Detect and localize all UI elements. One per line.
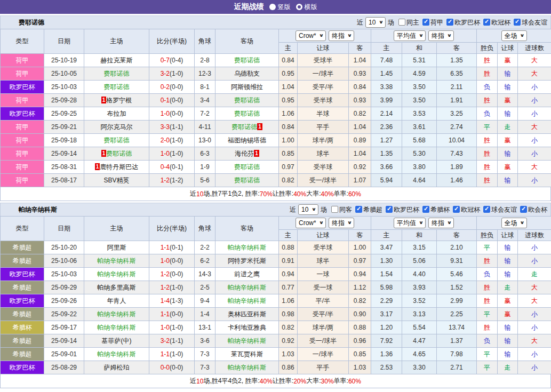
home-team-name[interactable]: 年青人 (107, 297, 126, 305)
radio-selected-icon[interactable] (269, 4, 276, 10)
league-filter-label[interactable]: 欧罗巴杯 (394, 206, 419, 213)
home-team-name[interactable]: 帕纳辛纳科斯 (98, 310, 136, 318)
league-filter-label[interactable]: 欧冠杯 (461, 206, 480, 213)
home-team-name[interactable]: 费耶诺德 (106, 150, 132, 157)
league-filter[interactable]: 欧冠杯 (481, 18, 510, 27)
away-team-name[interactable]: 帕纳辛纳科斯 (228, 337, 266, 345)
away-team-name[interactable]: 莱瓦贾科斯 (231, 350, 263, 358)
scope-select[interactable]: 全场 (501, 218, 527, 228)
league-filter-checkbox[interactable] (422, 19, 429, 26)
home-team-name[interactable]: 阿里斯 (107, 244, 126, 251)
same-venue-checkbox[interactable] (398, 19, 405, 26)
league-filter-checkbox[interactable] (355, 206, 362, 213)
final-odds-select[interactable]: 终指 (428, 30, 454, 41)
home-team-name[interactable]: 费耶诺德 (104, 83, 130, 91)
same-venue-filter[interactable]: 同主 (396, 18, 419, 27)
home-team-name[interactable]: 费耶诺德 (104, 70, 130, 77)
league-filter-label[interactable]: 荷甲 (430, 19, 443, 26)
league-filter-label[interactable]: 球会友谊 (522, 19, 547, 26)
away-team-name[interactable]: 费耶诺德 (234, 57, 260, 64)
league-filter-label[interactable]: 球会友谊 (491, 206, 517, 213)
league-filter-label[interactable]: 欧会杯 (528, 206, 547, 213)
away-team-name[interactable]: 阿斯顿维拉 (231, 83, 263, 91)
league-filter-checkbox[interactable] (386, 206, 393, 213)
league-filter-label[interactable]: 希腊超 (363, 206, 382, 213)
home-team-name[interactable]: 赫拉克莱斯 (101, 57, 133, 64)
league-filter[interactable]: 欧会杯 (518, 205, 547, 214)
away-team-name[interactable]: 费耶诺德 (234, 163, 260, 171)
same-venue-filter[interactable]: 同客 (329, 205, 352, 214)
league-filter-checkbox[interactable] (446, 19, 453, 26)
layout-radio-horizontal-label[interactable]: 横版 (305, 3, 317, 12)
fulltime-score: 0-0 (161, 364, 170, 371)
radio-unselected-icon[interactable] (296, 4, 302, 10)
away-team-name[interactable]: 福图纳锡塔德 (228, 137, 266, 144)
away-team-name[interactable]: 乌德勒支 (234, 70, 260, 77)
home-team-name[interactable]: 帕纳辛纳科斯 (98, 257, 136, 265)
league-filter[interactable]: 欧罗巴杯 (384, 205, 419, 214)
same-venue-label[interactable]: 同客 (339, 206, 352, 213)
away-team-name[interactable]: 帕纳辛纳科斯 (228, 284, 266, 291)
away-team-name[interactable]: 帕纳辛纳科斯 (228, 364, 266, 371)
home-team-name[interactable]: 布拉加 (107, 110, 126, 117)
odds-source-select[interactable]: Crow* (296, 30, 326, 41)
layout-radio-vertical-label[interactable]: 竖版 (278, 3, 291, 12)
scope-select[interactable]: 全场 (501, 30, 527, 41)
filter-controls: 近10场同主荷甲欧罗巴杯欧冠杯球会友谊 (356, 17, 547, 28)
league-filter-label[interactable]: 希腊杯 (430, 206, 450, 213)
league-filter-checkbox[interactable] (422, 206, 429, 213)
league-filter-checkbox[interactable] (514, 19, 521, 26)
same-venue-checkbox[interactable] (331, 206, 338, 213)
home-team-name[interactable]: 帕纳辛纳科斯 (98, 350, 136, 358)
league-filter[interactable]: 荷甲 (420, 18, 443, 27)
league-filter[interactable]: 欧冠杯 (451, 205, 480, 214)
league-filter-label[interactable]: 欧冠杯 (491, 19, 510, 26)
away-team-name[interactable]: 阿特罗米托斯 (228, 257, 266, 265)
league-filter-checkbox[interactable] (520, 206, 527, 213)
match-date-cell: 25-10-05 (44, 67, 84, 81)
odds-source-select[interactable]: Crow* (296, 218, 326, 228)
layout-radio-horizontal[interactable]: 横版 (296, 3, 317, 12)
table-row: 希腊杯25-09-17帕纳辛纳科斯1-0(1-0)13-1卡利地亚雅典0.82球… (1, 321, 551, 334)
league-filter-checkbox[interactable] (483, 19, 490, 26)
away-team-name[interactable]: 费耶诺德 (234, 97, 260, 104)
league-filter-checkbox[interactable] (453, 206, 460, 213)
league-filter[interactable]: 希腊杯 (420, 205, 450, 214)
home-team-name[interactable]: 基菲萨(中) (102, 337, 132, 345)
away-team-name[interactable]: 卡利地亚雅典 (228, 324, 266, 331)
same-venue-label[interactable]: 同主 (406, 19, 419, 26)
away-team-name[interactable]: 帕纳辛纳科斯 (228, 244, 266, 251)
average-value-select[interactable]: 平均值 (394, 30, 426, 41)
average-value-select[interactable]: 平均值 (394, 218, 426, 228)
final-odds-select[interactable]: 终指 (329, 218, 354, 228)
home-team-name[interactable]: SBV精英 (103, 177, 129, 184)
league-filter[interactable]: 球会友谊 (512, 18, 547, 27)
away-team-name[interactable]: 前进之鹰 (234, 270, 260, 278)
home-team-name[interactable]: 费耶诺德 (104, 137, 130, 144)
avg-draw-odds-cell: 4.47 (402, 334, 437, 348)
home-team-name[interactable]: 阿尔克马尔 (101, 123, 133, 131)
final-odds-select[interactable]: 终指 (329, 30, 354, 41)
league-filter[interactable]: 欧罗巴杯 (444, 18, 480, 27)
away-team-cell: 帕纳辛纳科斯 (215, 294, 279, 308)
layout-radio-vertical[interactable]: 竖版 (269, 3, 291, 12)
home-team-name[interactable]: 帕纳辛纳科斯 (98, 270, 136, 278)
away-team-name[interactable]: 海伦芬 (235, 150, 254, 157)
away-team-name[interactable]: 奥林匹亚科斯 (228, 310, 266, 318)
home-team-name[interactable]: 萨姆松珀 (104, 364, 130, 371)
match-count-select[interactable]: 10 (298, 204, 318, 215)
match-count-select[interactable]: 10 (365, 17, 386, 28)
home-team-name[interactable]: 帕纳多里高斯 (98, 284, 136, 291)
home-team-name[interactable]: 格罗宁根 (106, 97, 132, 104)
away-team-name[interactable]: 费耶诺德 (234, 177, 260, 184)
home-team-name[interactable]: 帕纳辛纳科斯 (98, 324, 136, 331)
league-filter[interactable]: 球会友谊 (481, 205, 517, 214)
league-filter-checkbox[interactable] (483, 206, 490, 213)
away-team-name[interactable]: 帕纳辛纳科斯 (228, 297, 266, 305)
league-filter-label[interactable]: 欧罗巴杯 (454, 19, 480, 26)
away-team-name[interactable]: 费耶诺德 (234, 110, 260, 117)
league-filter[interactable]: 希腊超 (353, 205, 382, 214)
home-team-name[interactable]: 鹿特丹斯巴达 (100, 163, 138, 171)
final-odds-select[interactable]: 终指 (428, 218, 454, 228)
away-team-name[interactable]: 费耶诺德 (231, 123, 257, 131)
